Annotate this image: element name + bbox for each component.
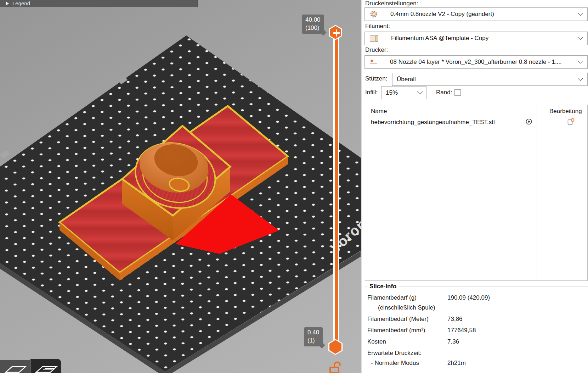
- object-row-name[interactable]: hebevorrichtung_gestängeaufnahme_TEST.st…: [371, 119, 495, 126]
- edit-settings-icon[interactable]: [567, 118, 575, 126]
- filament-combobox[interactable]: Fillamentum ASA @Template - Copy: [364, 32, 588, 45]
- plate-layers-icon: [30, 359, 61, 373]
- slice-info-label: Erwartete Druckzeit:: [367, 350, 422, 357]
- layer-slider-track[interactable]: [333, 30, 339, 349]
- gear-icon: [370, 10, 378, 18]
- slice-info-value: 177649,58: [447, 327, 476, 334]
- layer-slider-fill: [335, 32, 338, 348]
- column-header-name: Name: [371, 108, 387, 115]
- bed-notch: [242, 331, 251, 339]
- lock-icon[interactable]: [328, 361, 344, 373]
- filament-icon: [370, 35, 378, 42]
- plus-icon: [330, 26, 341, 39]
- slice-info-label: - Normaler Modus: [367, 360, 419, 367]
- filament-label: Filament:: [365, 23, 390, 30]
- supports-combobox[interactable]: Überall: [392, 73, 588, 86]
- build-plate-scene: Voron: [0, 0, 361, 373]
- slice-info-value: 7,36: [447, 338, 459, 345]
- bottom-layer-number: (1): [307, 336, 319, 345]
- bottom-layer-height: 0.40: [307, 328, 319, 336]
- slice-info-label: (einschließlich Spule): [367, 304, 435, 311]
- slice-info-label: Filamentbedarf (g): [367, 294, 417, 301]
- eye-icon[interactable]: [525, 118, 533, 125]
- chevron-down-icon: [578, 58, 583, 64]
- column-header-edit: Bearbeitung: [549, 108, 582, 115]
- slice-info-value: 2h21m: [447, 360, 466, 367]
- top-layer-height: 40.00: [305, 16, 321, 24]
- printer-combobox[interactable]: 08 Nozzle 04 layer * Voron_v2_300_afterb…: [364, 55, 588, 69]
- printer-label: Drucker:: [365, 46, 388, 54]
- viewport-3d[interactable]: Voron Legend: [0, 0, 361, 373]
- layer-slider-bottom-tooltip: 0.40 (1): [304, 327, 323, 346]
- slice-info-label: Kosten: [367, 338, 386, 345]
- top-layer-number: (100): [305, 24, 321, 32]
- slice-info-label: Filamentbedarf (mm³): [367, 327, 425, 334]
- object-list: Name Bearbeitung hebevorrichtung_gestäng…: [365, 105, 588, 281]
- infill-label: Infill:: [365, 89, 378, 96]
- legend-title: Legend: [12, 0, 30, 7]
- plate-3d-icon: [0, 360, 30, 373]
- settings-panel: Druckeinstellungen: 0.4mm 0.8nozzle V2 -…: [361, 0, 588, 373]
- chevron-down-icon: [578, 34, 583, 40]
- layer-slider-top-tooltip: 40.00 (100): [302, 15, 324, 34]
- slice-info-title: Slice-Info: [367, 283, 399, 290]
- slice-info-value: 73,86: [447, 316, 463, 323]
- supports-value: Überall: [397, 76, 416, 83]
- bed-notch: [0, 150, 10, 158]
- filament-value: Fillamentum ASA @Template - Copy: [391, 35, 488, 42]
- print-settings-value: 0.4mm 0.8nozzle V2 - Copy (geändert): [390, 11, 494, 18]
- print-settings-label: Druckeinstellungen:: [365, 0, 418, 7]
- legend-expand-icon: [6, 1, 9, 6]
- infill-value: 15%: [386, 89, 398, 96]
- brim-checkbox[interactable]: [454, 89, 461, 96]
- view-3d-button[interactable]: [0, 360, 30, 373]
- print-settings-combobox[interactable]: 0.4mm 0.8nozzle V2 - Copy (geändert): [364, 7, 588, 21]
- view-layers-button[interactable]: [30, 359, 61, 373]
- infill-combobox[interactable]: 15%: [381, 86, 426, 99]
- chevron-down-icon: [417, 89, 423, 94]
- slice-info-value: 190,09 (420,09): [447, 294, 490, 301]
- chevron-down-icon: [578, 10, 583, 16]
- printer-value: 08 Nozzle 04 layer * Voron_v2_300_afterb…: [390, 59, 562, 66]
- supports-label: Stützen:: [365, 75, 387, 82]
- chevron-down-icon: [578, 75, 583, 81]
- printer-icon: [370, 59, 377, 65]
- brim-label: Rand:: [436, 89, 452, 96]
- legend-header[interactable]: Legend: [0, 0, 198, 7]
- slice-info-label: Filamentbedarf (Meter): [367, 316, 429, 323]
